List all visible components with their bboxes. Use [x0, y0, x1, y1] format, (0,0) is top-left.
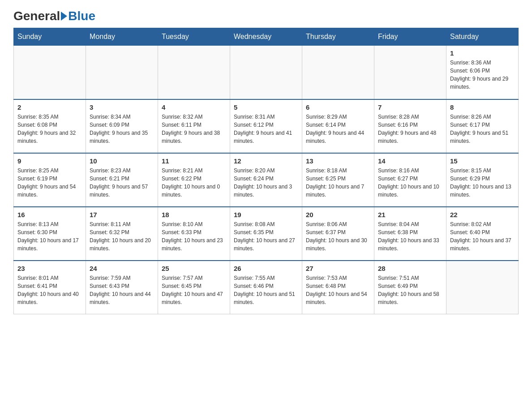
- day-info: Sunrise: 8:35 AMSunset: 6:08 PMDaylight:…: [17, 113, 82, 145]
- weekday-header-thursday: Thursday: [302, 28, 374, 46]
- calendar-cell: 12Sunrise: 8:20 AMSunset: 6:24 PMDayligh…: [230, 153, 302, 207]
- day-info: Sunrise: 8:18 AMSunset: 6:25 PMDaylight:…: [306, 167, 370, 199]
- day-info: Sunrise: 8:32 AMSunset: 6:11 PMDaylight:…: [162, 113, 226, 145]
- day-info: Sunrise: 8:10 AMSunset: 6:33 PMDaylight:…: [162, 220, 226, 253]
- calendar-week-row: 1Sunrise: 8:36 AMSunset: 6:06 PMDaylight…: [14, 46, 519, 99]
- day-info: Sunrise: 8:28 AMSunset: 6:16 PMDaylight:…: [378, 113, 442, 145]
- day-info: Sunrise: 8:26 AMSunset: 6:17 PMDaylight:…: [450, 113, 515, 145]
- day-info: Sunrise: 8:29 AMSunset: 6:14 PMDaylight:…: [306, 113, 370, 145]
- calendar-cell: 7Sunrise: 8:28 AMSunset: 6:16 PMDaylight…: [374, 99, 446, 153]
- day-number: 28: [378, 265, 442, 272]
- day-number: 26: [234, 265, 298, 272]
- day-number: 16: [17, 211, 82, 218]
- calendar-cell: [374, 46, 446, 99]
- weekday-header-saturday: Saturday: [446, 28, 519, 46]
- day-number: 4: [162, 103, 226, 111]
- day-number: 2: [17, 103, 82, 111]
- day-info: Sunrise: 7:59 AMSunset: 6:43 PMDaylight:…: [90, 274, 154, 306]
- calendar-week-row: 2Sunrise: 8:35 AMSunset: 6:08 PMDaylight…: [14, 99, 519, 153]
- day-number: 12: [234, 157, 298, 165]
- calendar-cell: 20Sunrise: 8:06 AMSunset: 6:37 PMDayligh…: [302, 207, 374, 261]
- calendar-cell: 14Sunrise: 8:16 AMSunset: 6:27 PMDayligh…: [374, 153, 446, 207]
- day-info: Sunrise: 8:01 AMSunset: 6:41 PMDaylight:…: [17, 274, 82, 306]
- day-number: 3: [90, 103, 154, 111]
- day-info: Sunrise: 8:16 AMSunset: 6:27 PMDaylight:…: [378, 167, 442, 199]
- calendar-week-row: 23Sunrise: 8:01 AMSunset: 6:41 PMDayligh…: [14, 261, 519, 314]
- calendar-cell: 11Sunrise: 8:21 AMSunset: 6:22 PMDayligh…: [158, 153, 230, 207]
- day-info: Sunrise: 8:20 AMSunset: 6:24 PMDaylight:…: [234, 167, 298, 199]
- calendar-table: SundayMondayTuesdayWednesdayThursdayFrid…: [13, 28, 519, 314]
- calendar-cell: 25Sunrise: 7:57 AMSunset: 6:45 PMDayligh…: [158, 261, 230, 314]
- page-header: General Blue: [13, 9, 519, 23]
- day-number: 7: [378, 103, 442, 111]
- day-info: Sunrise: 8:34 AMSunset: 6:09 PMDaylight:…: [90, 113, 154, 145]
- calendar-cell: 23Sunrise: 8:01 AMSunset: 6:41 PMDayligh…: [14, 261, 86, 314]
- day-number: 19: [234, 211, 298, 218]
- calendar-cell: [158, 46, 230, 99]
- day-info: Sunrise: 8:15 AMSunset: 6:29 PMDaylight:…: [450, 167, 515, 199]
- day-info: Sunrise: 7:51 AMSunset: 6:49 PMDaylight:…: [378, 274, 442, 306]
- logo-general-text: General: [13, 9, 60, 23]
- calendar-cell: 15Sunrise: 8:15 AMSunset: 6:29 PMDayligh…: [446, 153, 519, 207]
- day-info: Sunrise: 8:11 AMSunset: 6:32 PMDaylight:…: [90, 220, 154, 253]
- calendar-cell: 22Sunrise: 8:02 AMSunset: 6:40 PMDayligh…: [446, 207, 519, 261]
- day-info: Sunrise: 8:25 AMSunset: 6:19 PMDaylight:…: [17, 167, 82, 199]
- calendar-cell: 24Sunrise: 7:59 AMSunset: 6:43 PMDayligh…: [86, 261, 158, 314]
- calendar-cell: 3Sunrise: 8:34 AMSunset: 6:09 PMDaylight…: [86, 99, 158, 153]
- day-number: 6: [306, 103, 370, 111]
- day-number: 15: [450, 157, 515, 165]
- calendar-week-row: 9Sunrise: 8:25 AMSunset: 6:19 PMDaylight…: [14, 153, 519, 207]
- day-info: Sunrise: 8:08 AMSunset: 6:35 PMDaylight:…: [234, 220, 298, 253]
- weekday-header-tuesday: Tuesday: [158, 28, 230, 46]
- day-number: 9: [17, 157, 82, 165]
- calendar-cell: 18Sunrise: 8:10 AMSunset: 6:33 PMDayligh…: [158, 207, 230, 261]
- day-info: Sunrise: 8:13 AMSunset: 6:30 PMDaylight:…: [17, 220, 82, 253]
- day-number: 24: [90, 265, 154, 272]
- day-number: 10: [90, 157, 154, 165]
- calendar-cell: [446, 261, 519, 314]
- weekday-header-monday: Monday: [86, 28, 158, 46]
- calendar-cell: 26Sunrise: 7:55 AMSunset: 6:46 PMDayligh…: [230, 261, 302, 314]
- calendar-cell: 1Sunrise: 8:36 AMSunset: 6:06 PMDaylight…: [446, 46, 519, 99]
- calendar-cell: 13Sunrise: 8:18 AMSunset: 6:25 PMDayligh…: [302, 153, 374, 207]
- day-info: Sunrise: 8:04 AMSunset: 6:38 PMDaylight:…: [378, 220, 442, 253]
- calendar-cell: 21Sunrise: 8:04 AMSunset: 6:38 PMDayligh…: [374, 207, 446, 261]
- calendar-cell: 4Sunrise: 8:32 AMSunset: 6:11 PMDaylight…: [158, 99, 230, 153]
- day-number: 18: [162, 211, 226, 218]
- calendar-cell: 6Sunrise: 8:29 AMSunset: 6:14 PMDaylight…: [302, 99, 374, 153]
- day-number: 23: [17, 265, 82, 272]
- calendar-cell: 28Sunrise: 7:51 AMSunset: 6:49 PMDayligh…: [374, 261, 446, 314]
- day-info: Sunrise: 7:53 AMSunset: 6:48 PMDaylight:…: [306, 274, 370, 306]
- day-info: Sunrise: 8:21 AMSunset: 6:22 PMDaylight:…: [162, 167, 226, 199]
- day-number: 21: [378, 211, 442, 218]
- day-number: 27: [306, 265, 370, 272]
- day-number: 17: [90, 211, 154, 218]
- calendar-cell: 27Sunrise: 7:53 AMSunset: 6:48 PMDayligh…: [302, 261, 374, 314]
- day-number: 1: [450, 49, 515, 57]
- day-number: 8: [450, 103, 515, 111]
- day-number: 20: [306, 211, 370, 218]
- day-info: Sunrise: 7:55 AMSunset: 6:46 PMDaylight:…: [234, 274, 298, 306]
- day-number: 13: [306, 157, 370, 165]
- calendar-cell: [14, 46, 86, 99]
- day-info: Sunrise: 8:31 AMSunset: 6:12 PMDaylight:…: [234, 113, 298, 145]
- calendar-cell: 10Sunrise: 8:23 AMSunset: 6:21 PMDayligh…: [86, 153, 158, 207]
- calendar-week-row: 16Sunrise: 8:13 AMSunset: 6:30 PMDayligh…: [14, 207, 519, 261]
- calendar-cell: [302, 46, 374, 99]
- weekday-header-wednesday: Wednesday: [230, 28, 302, 46]
- day-number: 25: [162, 265, 226, 272]
- day-number: 5: [234, 103, 298, 111]
- calendar-cell: 17Sunrise: 8:11 AMSunset: 6:32 PMDayligh…: [86, 207, 158, 261]
- logo-blue-text: Blue: [68, 9, 95, 23]
- day-number: 22: [450, 211, 515, 218]
- calendar-cell: 8Sunrise: 8:26 AMSunset: 6:17 PMDaylight…: [446, 99, 519, 153]
- day-info: Sunrise: 8:23 AMSunset: 6:21 PMDaylight:…: [90, 167, 154, 199]
- weekday-header-row: SundayMondayTuesdayWednesdayThursdayFrid…: [14, 28, 519, 46]
- day-info: Sunrise: 8:02 AMSunset: 6:40 PMDaylight:…: [450, 220, 515, 253]
- logo-arrow-icon: [61, 12, 67, 21]
- calendar-cell: 16Sunrise: 8:13 AMSunset: 6:30 PMDayligh…: [14, 207, 86, 261]
- logo: General Blue: [13, 9, 95, 23]
- calendar-cell: [86, 46, 158, 99]
- calendar-cell: 19Sunrise: 8:08 AMSunset: 6:35 PMDayligh…: [230, 207, 302, 261]
- weekday-header-friday: Friday: [374, 28, 446, 46]
